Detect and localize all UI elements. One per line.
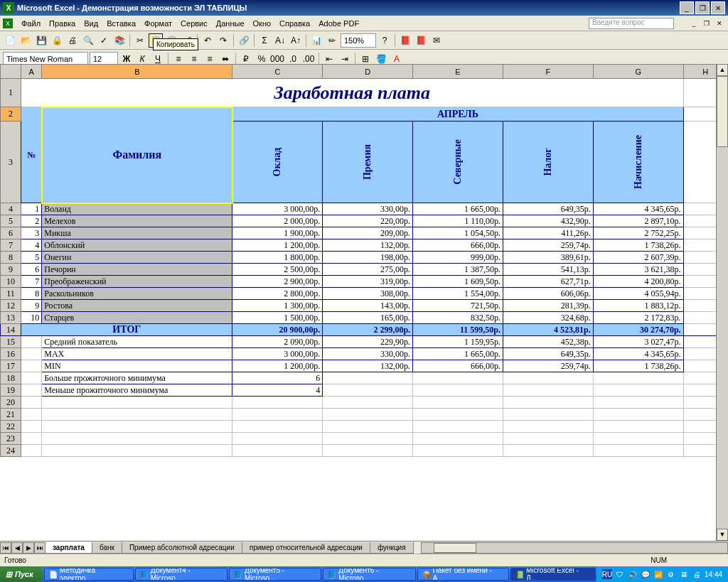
menu-data[interactable]: Данные [212, 18, 249, 29]
sheet-tab[interactable]: банк [92, 542, 122, 554]
research-icon[interactable]: 📚 [112, 33, 127, 48]
row-header[interactable]: 7 [1, 239, 21, 252]
header-sub[interactable]: Налог [503, 122, 593, 203]
taskbar-item[interactable]: 📄Методичка электро... [44, 568, 134, 581]
row-header[interactable]: 21 [1, 409, 21, 421]
cell[interactable]: 649,35р. [503, 348, 593, 360]
horizontal-scrollbar[interactable] [421, 542, 728, 554]
menu-format[interactable]: Формат [140, 18, 176, 29]
cell[interactable]: 2 897,10р. [593, 215, 683, 227]
col-header[interactable]: A [21, 65, 42, 79]
cell[interactable]: 2 752,25р. [593, 227, 683, 239]
cell[interactable]: Мелехов [42, 215, 232, 227]
cell[interactable]: 8 [21, 288, 42, 300]
cell[interactable]: 1 387,50р. [413, 264, 503, 276]
itog-cell[interactable]: 20 900,00р. [232, 324, 323, 336]
cell[interactable]: 229,90р. [323, 336, 413, 348]
tray-icon[interactable]: 🛡 [615, 569, 625, 579]
cell[interactable]: 198,00р. [323, 252, 413, 264]
itog-cell[interactable]: 30 274,70р. [593, 324, 683, 336]
row-header[interactable]: 2 [1, 107, 21, 122]
taskbar-item[interactable]: 📗Microsoft Excel - Д... [510, 568, 596, 581]
cell[interactable]: 4 [232, 384, 323, 397]
cell[interactable]: 1 300,00р. [232, 300, 323, 312]
cell[interactable]: Онегин [42, 252, 232, 264]
menu-window[interactable]: Окно [249, 18, 276, 29]
menu-edit[interactable]: Правка [45, 18, 80, 29]
undo-icon[interactable]: ↶ [200, 33, 215, 48]
row-header[interactable]: 15 [1, 336, 21, 348]
cell[interactable]: 2 090,00р. [232, 336, 323, 348]
row-header[interactable]: 24 [1, 445, 21, 457]
cell[interactable]: 452,38р. [503, 336, 593, 348]
cell[interactable]: 2 500,00р. [232, 264, 323, 276]
spell-icon[interactable]: ✓ [97, 33, 111, 48]
cell[interactable]: 1 800,00р. [232, 252, 323, 264]
menu-tools[interactable]: Сервис [176, 18, 212, 29]
cell[interactable]: 3 027,47р. [593, 336, 683, 348]
cut-icon[interactable]: ✂ [133, 33, 147, 48]
cell[interactable]: 259,74р. [503, 239, 593, 252]
row-header[interactable]: 17 [1, 360, 21, 372]
cell[interactable]: 209,00р. [323, 227, 413, 239]
cell[interactable]: MAX [42, 348, 232, 360]
cell[interactable]: 275,00р. [323, 264, 413, 276]
cell[interactable]: 1 609,50р. [413, 276, 503, 288]
column-headers[interactable]: A B C D E F G H [1, 65, 728, 79]
col-header[interactable]: F [503, 65, 593, 79]
cell[interactable]: 1 200,00р. [232, 239, 323, 252]
col-header[interactable]: D [323, 65, 413, 79]
permission-icon[interactable]: 🔒 [50, 33, 64, 48]
cell[interactable]: 999,00р. [413, 252, 503, 264]
cell[interactable]: 132,00р. [323, 360, 413, 372]
row-header[interactable]: 6 [1, 227, 21, 239]
cell[interactable]: 1 738,26р. [593, 360, 683, 372]
row-header[interactable]: 14 [1, 324, 21, 336]
itog-label[interactable]: ИТОГ [21, 324, 232, 336]
cell[interactable]: 281,39р. [503, 300, 593, 312]
row-header[interactable]: 1 [1, 79, 21, 107]
pdf3-icon[interactable]: ✉ [429, 33, 444, 48]
cell[interactable]: 308,00р. [323, 288, 413, 300]
tray-icon[interactable]: ⚙ [666, 569, 676, 579]
cell[interactable]: Микша [42, 227, 232, 239]
row-header[interactable]: 3 [1, 122, 21, 203]
cell[interactable]: 4 [21, 239, 42, 252]
row-header[interactable]: 18 [1, 372, 21, 384]
row-header[interactable]: 4 [1, 203, 21, 215]
tray-icon[interactable]: 🔊 [628, 569, 638, 579]
print-icon[interactable]: 🖨 [65, 33, 80, 48]
hscroll-thumb[interactable] [434, 543, 476, 553]
link-icon[interactable]: 🔗 [237, 33, 251, 48]
row-header[interactable]: 11 [1, 288, 21, 300]
doc-minimize-button[interactable]: _ [688, 18, 700, 28]
tray-icon[interactable]: 📶 [653, 569, 663, 579]
row-header[interactable]: 8 [1, 252, 21, 264]
scroll-down-button[interactable]: ▼ [717, 529, 728, 541]
cell[interactable]: 5 [21, 252, 42, 264]
cell[interactable]: Больше прожиточного минимума [42, 372, 232, 384]
cell[interactable]: 4 200,80р. [593, 276, 683, 288]
cell[interactable]: 4 345,65р. [593, 348, 683, 360]
cell[interactable]: 3 [21, 227, 42, 239]
cell[interactable]: 411,26р. [503, 227, 593, 239]
cell[interactable]: 259,74р. [503, 360, 593, 372]
doc-restore-button[interactable]: ❐ [701, 18, 712, 28]
itog-cell[interactable]: 2 299,00р. [323, 324, 413, 336]
row-header[interactable]: 23 [1, 433, 21, 445]
menu-adobe[interactable]: Adobe PDF [314, 18, 363, 29]
help-icon[interactable]: ? [378, 33, 392, 48]
start-button[interactable]: ⊞Пуск [0, 566, 43, 582]
cell[interactable]: 9 [21, 300, 42, 312]
header-num[interactable]: № [21, 107, 42, 203]
cell[interactable]: 1 900,00р. [232, 227, 323, 239]
row-header[interactable]: 16 [1, 348, 21, 360]
cell[interactable]: 721,50р. [413, 300, 503, 312]
tray-icon[interactable]: 💬 [641, 569, 651, 579]
cell[interactable]: 3 000,00р. [232, 203, 323, 215]
cell[interactable]: 1 500,00р. [232, 312, 323, 324]
cell[interactable]: 165,00р. [323, 312, 413, 324]
taskbar-item[interactable]: 📘Документ5 - Microso... [229, 568, 321, 581]
sort-desc-icon[interactable]: A↑ [289, 33, 303, 48]
row-header[interactable]: 5 [1, 215, 21, 227]
